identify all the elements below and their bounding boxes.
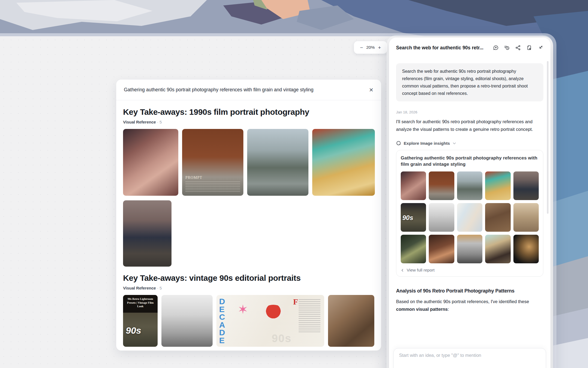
- meta-label: Visual Reference: [123, 286, 156, 290]
- insight-thumbnail[interactable]: [513, 235, 539, 263]
- view-full-report-link[interactable]: View full report: [401, 268, 539, 273]
- analysis-text: :: [448, 307, 449, 312]
- meta-count: · 5: [157, 120, 162, 124]
- section-meta: Visual Reference · 5: [123, 120, 374, 124]
- panel-scroll-area[interactable]: Search the web for authentic 90s retro p…: [389, 63, 550, 313]
- poster-90s-text: 90s: [126, 325, 141, 336]
- image-row: PROMPT: [123, 129, 374, 196]
- card-title: Gathering authentic 90s portrait photogr…: [124, 87, 314, 93]
- zoom-control: − 20% +: [354, 41, 387, 54]
- insight-card-title: Gathering authentic 90s portrait photogr…: [401, 155, 539, 167]
- insight-thumbnail[interactable]: [429, 203, 454, 232]
- user-prompt-bubble: Search the web for authentic 90s retro p…: [396, 63, 543, 101]
- reference-image[interactable]: 90s Retro Lightroom Presets | Vintage Fi…: [123, 295, 158, 347]
- insight-thumbnail[interactable]: [485, 235, 510, 263]
- image-caption-lines: [185, 182, 240, 192]
- insight-thumbnail[interactable]: [401, 171, 426, 200]
- chat-panel: Search the web for authentic 90s retr...: [389, 38, 550, 368]
- open-as-page-icon[interactable]: [526, 45, 532, 51]
- image-row: [123, 200, 374, 267]
- zoom-level: 20%: [366, 45, 375, 50]
- thumbnail-90s-text: 90s: [402, 214, 413, 222]
- analysis-heading: Analysis of 90s Retro Portrait Photograp…: [396, 288, 543, 294]
- panel-header: Search the web for authentic 90s retr...: [389, 38, 550, 51]
- explore-label: Explore Image insights: [404, 141, 450, 146]
- magazine-text-lines: [299, 299, 320, 332]
- reference-image[interactable]: [247, 129, 308, 196]
- reference-image[interactable]: [123, 129, 178, 196]
- insight-thumbnail[interactable]: [513, 171, 539, 200]
- reference-image[interactable]: DECADE ✶ F 90s: [216, 295, 324, 347]
- reference-image[interactable]: [328, 295, 374, 347]
- view-full-report-label: View full report: [407, 268, 434, 273]
- section-heading: Key Take-aways: vintage 90s editorial po…: [123, 273, 374, 283]
- insight-thumbnail[interactable]: [485, 203, 510, 232]
- history-icon[interactable]: [504, 45, 510, 51]
- panel-title: Search the web for authentic 90s retr...: [396, 45, 483, 51]
- magazine-star: ✶: [238, 302, 248, 317]
- magazine-lips-graphic: [263, 305, 284, 319]
- reference-image[interactable]: [312, 129, 375, 196]
- insight-thumbnail[interactable]: [457, 235, 482, 263]
- chevron-down-icon: [452, 141, 456, 145]
- zoom-out-button[interactable]: −: [360, 45, 363, 50]
- composer: [393, 348, 546, 368]
- assistant-message: I'll search for authentic 90s retro port…: [396, 118, 543, 133]
- section-heading: Key Take-aways: 1990s film portrait phot…: [123, 107, 374, 117]
- insight-thumbnail[interactable]: [429, 171, 454, 200]
- analysis-paragraph: Based on the authentic 90s portrait refe…: [396, 298, 543, 313]
- share-icon[interactable]: [515, 45, 521, 51]
- insights-logo-icon: [396, 141, 401, 146]
- magazine-dropcap: F: [293, 297, 298, 306]
- explore-image-insights-toggle[interactable]: Explore Image insights: [396, 141, 543, 146]
- reference-image[interactable]: PROMPT: [182, 129, 243, 196]
- magazine-90s-text: 90s: [272, 332, 292, 345]
- insight-thumbnail-grid: 90s: [401, 171, 539, 263]
- reference-image[interactable]: [161, 295, 213, 347]
- composer-input[interactable]: [399, 353, 540, 368]
- message-date: Jan 18, 2026: [396, 110, 543, 114]
- panel-scrollbar[interactable]: [547, 61, 549, 214]
- insight-thumbnail[interactable]: [485, 171, 510, 200]
- insight-thumbnail[interactable]: [513, 203, 539, 232]
- card-header: Gathering authentic 90s portrait photogr…: [116, 80, 381, 100]
- analysis-text: Based on the authentic 90s portrait refe…: [396, 299, 529, 304]
- reference-image[interactable]: [123, 200, 171, 267]
- meta-label: Visual Reference: [123, 120, 156, 124]
- close-icon[interactable]: ✕: [369, 87, 373, 93]
- image-caption-title: PROMPT: [185, 176, 202, 180]
- section-meta: Visual Reference · 5: [123, 286, 374, 290]
- panel-toolbar: [493, 45, 543, 51]
- image-row: 90s Retro Lightroom Presets | Vintage Fi…: [123, 295, 374, 347]
- chevron-left-icon: [401, 269, 404, 272]
- insight-thumbnail[interactable]: 90s: [401, 203, 426, 232]
- collapse-icon[interactable]: [537, 45, 543, 51]
- zoom-in-button[interactable]: +: [378, 45, 381, 50]
- insight-thumbnail[interactable]: [429, 235, 454, 263]
- insight-card[interactable]: Gathering authentic 90s portrait photogr…: [396, 150, 543, 277]
- magazine-decade-text: DECADE: [219, 298, 228, 344]
- insight-thumbnail[interactable]: [401, 235, 426, 263]
- insight-thumbnail[interactable]: [457, 171, 482, 200]
- reference-board-card: Gathering authentic 90s portrait photogr…: [116, 80, 381, 351]
- insight-thumbnail[interactable]: [457, 203, 482, 232]
- analysis-bold-text: common visual patterns: [396, 307, 448, 312]
- new-chat-icon[interactable]: [493, 45, 499, 51]
- poster-title: 90s Retro Lightroom Presets | Vintage Fi…: [123, 295, 158, 313]
- meta-count: · 5: [157, 286, 162, 290]
